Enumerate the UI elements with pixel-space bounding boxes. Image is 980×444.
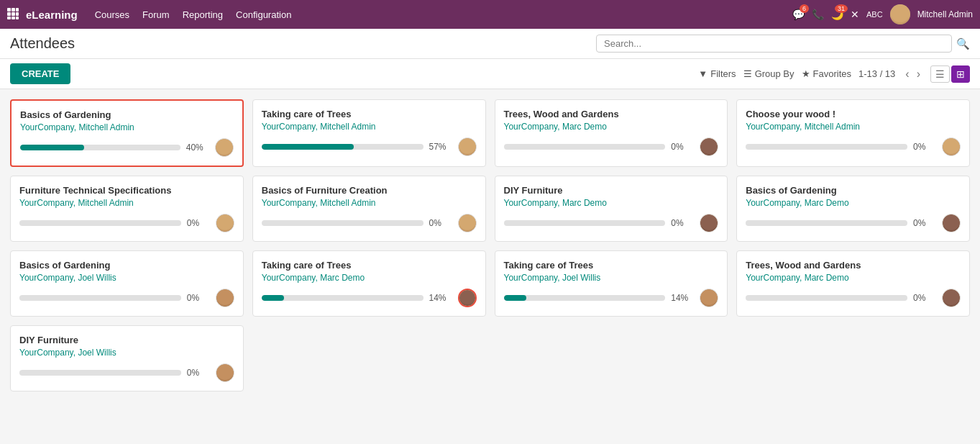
- abc-icon: ABC: [866, 10, 883, 19]
- grid-menu-icon[interactable]: [7, 8, 19, 22]
- user-avatar[interactable]: [890, 4, 910, 24]
- phone-icon[interactable]: 📞: [812, 9, 824, 20]
- attendee-avatar: [942, 214, 961, 232]
- nav-configuration[interactable]: Configuration: [236, 9, 291, 20]
- card-footer: 14%: [504, 289, 719, 307]
- card-subtitle: YourCompany, Marc Demo: [746, 273, 961, 283]
- progress-percent: 0%: [187, 218, 210, 228]
- attendee-avatar: [216, 363, 234, 382]
- progress-bar: [504, 144, 666, 150]
- groupby-button[interactable]: ☰ Group By: [743, 68, 794, 79]
- card-subtitle: YourCompany, Marc Demo: [262, 273, 477, 283]
- card-subtitle: YourCompany, Mitchell Admin: [19, 198, 234, 208]
- card-item[interactable]: Basics of Gardening YourCompany, Mitchel…: [10, 99, 244, 167]
- card-item[interactable]: DIY Furniture YourCompany, Joel Willis 0…: [10, 325, 244, 391]
- nav-forum[interactable]: Forum: [142, 9, 170, 20]
- card-item[interactable]: DIY Furniture YourCompany, Marc Demo 0%: [495, 176, 728, 242]
- attendee-avatar: [700, 289, 718, 307]
- progress-percent: 14%: [671, 293, 694, 303]
- moon-badge: 31: [835, 4, 848, 13]
- attendee-avatar: [216, 214, 234, 232]
- card-footer: 0%: [746, 137, 961, 156]
- card-subtitle: YourCompany, Mitchell Admin: [262, 122, 477, 132]
- next-page-button[interactable]: ›: [914, 68, 923, 81]
- progress-bar: [504, 220, 666, 226]
- notifications-icon[interactable]: 💬6: [792, 9, 805, 20]
- progress-percent: 0%: [913, 142, 936, 152]
- nav-courses[interactable]: Courses: [95, 9, 129, 20]
- card-item[interactable]: Basics of Furniture Creation YourCompany…: [252, 176, 486, 242]
- card-footer: 14%: [262, 289, 477, 307]
- card-title: Choose your wood !: [746, 109, 961, 119]
- card-item[interactable]: Basics of Gardening YourCompany, Joel Wi…: [10, 250, 244, 317]
- card-item[interactable]: Basics of Gardening YourCompany, Marc De…: [736, 176, 970, 242]
- progress-bar: [20, 145, 180, 150]
- list-view-button[interactable]: ☰: [930, 65, 950, 83]
- brand-name[interactable]: eLearning: [26, 9, 78, 21]
- progress-percent: 0%: [671, 142, 694, 152]
- card-footer: 0%: [262, 214, 477, 232]
- card-subtitle: YourCompany, Marc Demo: [504, 198, 719, 208]
- kanban-grid: Basics of Gardening YourCompany, Mitchel…: [10, 99, 970, 391]
- progress-percent: 14%: [429, 293, 452, 303]
- attendee-avatar: [216, 289, 234, 307]
- username[interactable]: Mitchell Admin: [917, 9, 973, 19]
- filter-icon: ▼: [698, 68, 707, 79]
- moon-icon[interactable]: 🌙31: [831, 9, 843, 20]
- top-navigation: eLearning Courses Forum Reporting Config…: [0, 0, 980, 29]
- attendee-avatar: [215, 138, 234, 157]
- page-title: Attendees: [10, 35, 75, 52]
- card-title: Basics of Gardening: [19, 260, 234, 271]
- attendee-avatar: [458, 214, 477, 232]
- pagination-info: 1-13 / 13: [858, 68, 895, 79]
- card-item[interactable]: Furniture Technical Specifications YourC…: [10, 176, 244, 242]
- card-subtitle: YourCompany, Mitchell Admin: [746, 122, 961, 132]
- view-toggle: ☰ ⊞: [930, 65, 970, 83]
- card-footer: 0%: [504, 137, 719, 156]
- card-title: Trees, Wood and Gardens: [746, 260, 961, 271]
- search-icon[interactable]: 🔍: [956, 37, 970, 50]
- nav-reporting[interactable]: Reporting: [183, 9, 223, 20]
- filters-label: Filters: [710, 68, 736, 79]
- search-input[interactable]: [596, 35, 952, 53]
- prev-page-button[interactable]: ‹: [902, 68, 912, 81]
- subheader: Attendees 🔍: [0, 29, 980, 59]
- card-item[interactable]: Trees, Wood and Gardens YourCompany, Mar…: [495, 99, 728, 167]
- card-item[interactable]: Taking care of Trees YourCompany, Mitche…: [252, 99, 486, 167]
- card-title: Furniture Technical Specifications: [19, 185, 234, 196]
- filters-button[interactable]: ▼ Filters: [698, 68, 736, 79]
- progress-bar: [19, 370, 181, 376]
- progress-bar: [262, 220, 423, 226]
- create-button[interactable]: CREATE: [10, 63, 70, 84]
- svg-rect-1: [12, 8, 15, 12]
- close-icon[interactable]: ✕: [851, 9, 859, 20]
- card-footer: 0%: [504, 214, 719, 232]
- attendee-avatar: [700, 214, 718, 232]
- attendee-avatar: [942, 289, 961, 307]
- card-footer: 57%: [262, 137, 477, 156]
- card-footer: 0%: [746, 289, 961, 307]
- card-subtitle: YourCompany, Mitchell Admin: [262, 198, 477, 208]
- attendee-avatar: [458, 137, 477, 156]
- svg-rect-5: [16, 12, 19, 16]
- card-footer: 0%: [19, 363, 234, 382]
- card-item[interactable]: Taking care of Trees YourCompany, Joel W…: [495, 250, 728, 317]
- progress-percent: 0%: [187, 368, 210, 378]
- card-subtitle: YourCompany, Marc Demo: [504, 122, 719, 132]
- svg-rect-8: [16, 17, 19, 19]
- card-item[interactable]: Taking care of Trees YourCompany, Marc D…: [252, 250, 486, 317]
- card-title: Basics of Furniture Creation: [262, 185, 477, 196]
- card-subtitle: YourCompany, Marc Demo: [746, 198, 961, 208]
- svg-rect-2: [16, 8, 19, 12]
- attendee-avatar: [700, 137, 718, 156]
- groupby-icon: ☰: [743, 68, 752, 79]
- progress-fill: [20, 145, 84, 150]
- favorites-button[interactable]: ★ Favorites: [802, 68, 851, 79]
- card-item[interactable]: Trees, Wood and Gardens YourCompany, Mar…: [736, 250, 970, 317]
- card-footer: 0%: [19, 289, 234, 307]
- card-item[interactable]: Choose your wood ! YourCompany, Mitchell…: [736, 99, 970, 167]
- progress-bar: [262, 144, 423, 150]
- progress-bar: [746, 220, 907, 226]
- grid-view-button[interactable]: ⊞: [951, 65, 970, 83]
- card-title: Taking care of Trees: [504, 260, 719, 271]
